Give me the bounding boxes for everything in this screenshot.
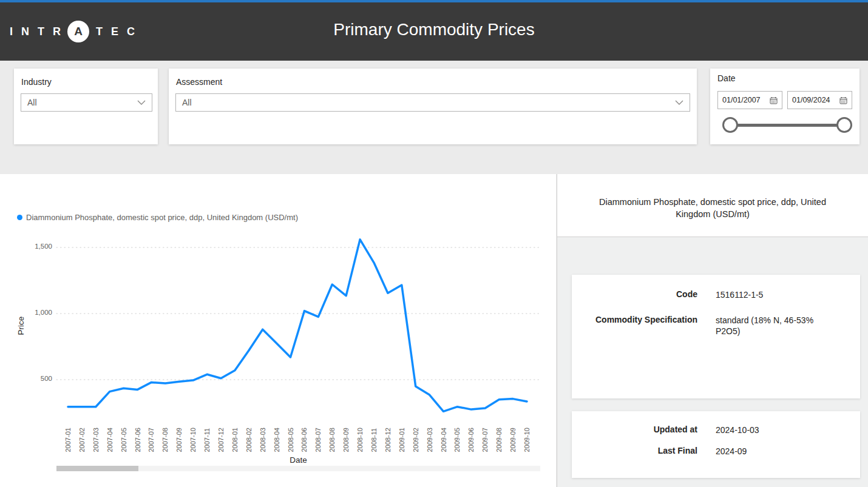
x-tick-label: 2008-06 [300, 422, 308, 452]
assessment-filter-card: Assessment All [169, 69, 697, 144]
x-tick-label: 2008-04 [273, 422, 280, 452]
chart-horizontal-scrollbar[interactable] [56, 466, 540, 471]
code-value: 1516112-1-5 [716, 289, 831, 300]
code-label: Code [579, 289, 697, 300]
x-tick-label: 2007-03 [92, 422, 100, 452]
x-tick-label: 2007-06 [134, 422, 141, 452]
industry-dropdown-value: All [27, 98, 37, 107]
slider-track [728, 124, 841, 127]
updated-at-value: 2024-10-03 [716, 425, 831, 435]
meta-card: Updated at 2024-10-03 Last Final 2024-09 [572, 411, 860, 478]
assessment-dropdown-value: All [182, 98, 192, 107]
date-start-input[interactable]: 01/01/2007 [717, 91, 782, 109]
legend-label: Diammonium Phosphate, domestic spot pric… [26, 213, 298, 222]
x-tick-label: 2009-04 [439, 422, 447, 452]
x-tick-label: 2009-01 [398, 422, 405, 452]
chevron-down-icon [675, 100, 683, 105]
date-start-value: 01/01/2007 [722, 96, 761, 104]
slider-start-handle[interactable] [722, 117, 738, 133]
chart-legend: Diammonium Phosphate, domestic spot pric… [17, 213, 298, 222]
calendar-icon[interactable] [770, 96, 778, 104]
x-tick-label: 2008-05 [287, 422, 294, 452]
x-tick-label: 2008-02 [245, 422, 253, 452]
date-end-input[interactable]: 01/09/2024 [787, 91, 852, 109]
y-tick-label: 500 [21, 375, 52, 382]
x-tick-label: 2009-08 [495, 422, 503, 452]
y-tick-label: 1,000 [21, 309, 52, 316]
x-tick-label: 2007-12 [217, 422, 225, 452]
x-axis-title: Date [56, 455, 540, 465]
x-tick-label: 2007-11 [203, 422, 211, 452]
x-tick-label: 2009-07 [481, 422, 489, 452]
x-tick-label: 2009-09 [509, 422, 517, 452]
x-tick-label: 2009-05 [453, 422, 461, 452]
page-title: Primary Commodity Prices [0, 20, 868, 39]
x-tick-label: 2007-04 [106, 422, 114, 452]
legend-dot [17, 215, 22, 220]
commodity-specification-label: Commodity Specification [579, 315, 697, 337]
app-header: INTRATEC Primary Commodity Prices [0, 0, 868, 61]
chevron-down-icon [137, 100, 146, 105]
x-tick-label: 2008-12 [384, 422, 392, 452]
industry-dropdown[interactable]: All [21, 93, 152, 112]
y-axis-title: Price [17, 314, 25, 338]
commodity-detail-panel: Diammonium Phosphate, domestic spot pric… [557, 174, 868, 487]
x-tick-label: 2009-10 [523, 422, 531, 452]
detail-panel-body: Code 1516112-1-5 Commodity Specification… [557, 237, 868, 487]
x-tick-label: 2008-11 [370, 422, 378, 452]
calendar-icon[interactable] [839, 96, 847, 104]
x-tick-label: 2007-05 [120, 422, 127, 452]
commodity-specification-value: standard (18% N, 46-53% P2O5) [716, 315, 831, 337]
x-tick-label: 2007-09 [175, 422, 183, 452]
updated-at-label: Updated at [579, 425, 697, 435]
slider-end-handle[interactable] [836, 117, 852, 133]
x-tick-label: 2007-02 [78, 422, 86, 452]
scrollbar-thumb[interactable] [56, 466, 138, 471]
x-tick-label: 2009-02 [412, 422, 419, 452]
last-final-value: 2024-09 [716, 446, 831, 457]
last-final-label: Last Final [579, 446, 697, 457]
x-tick-label: 2009-06 [467, 422, 475, 452]
x-tick-label: 2007-08 [161, 422, 169, 452]
dashboard-page: INTRATEC Primary Commodity Prices Indust… [0, 0, 868, 487]
price-series-line [68, 240, 527, 411]
date-filter-card: Date 01/01/2007 01/09/2024 [710, 69, 860, 144]
y-tick-label: 1,500 [21, 243, 52, 250]
x-tick-label: 2008-03 [259, 422, 266, 452]
detail-panel-title: Diammonium Phosphate, domestic spot pric… [589, 196, 836, 221]
x-tick-label: 2008-10 [356, 422, 364, 452]
x-tick-label: 2007-07 [147, 422, 155, 452]
industry-filter-label: Industry [21, 77, 52, 87]
x-tick-label: 2008-07 [314, 422, 322, 452]
x-tick-label: 2009-03 [426, 422, 433, 452]
date-filter-label: Date [717, 73, 736, 83]
x-tick-label: 2007-10 [189, 422, 197, 452]
price-line-chart: Diammonium Phosphate, domestic spot pric… [0, 174, 556, 487]
x-tick-label: 2007-01 [64, 422, 72, 452]
assessment-dropdown[interactable]: All [175, 93, 690, 112]
x-tick-label: 2008-01 [231, 422, 239, 452]
x-tick-label: 2008-08 [328, 422, 336, 452]
x-tick-label: 2008-09 [342, 422, 350, 452]
spec-card: Code 1516112-1-5 Commodity Specification… [572, 275, 860, 398]
date-end-value: 01/09/2024 [792, 96, 830, 104]
date-range-slider [717, 116, 852, 134]
assessment-filter-label: Assessment [176, 77, 222, 87]
industry-filter-card: Industry All [14, 69, 158, 144]
